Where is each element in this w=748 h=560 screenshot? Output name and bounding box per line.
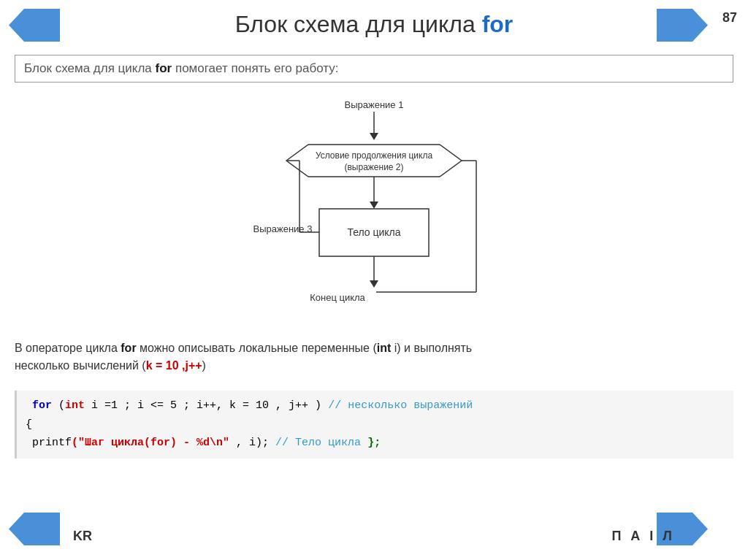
code-for: for [32, 399, 52, 412]
code-line3-rest: , i); [229, 437, 275, 449]
flowchart-svg: Выражение 1 Условие продолжения цикла (в… [191, 88, 557, 329]
code-printf: printf [32, 437, 72, 449]
text-section: В операторе цикла for можно описывать ло… [15, 340, 733, 375]
title-keyword: for [482, 11, 514, 37]
nav-arrow-left-bottom[interactable] [9, 513, 60, 545]
text-part4: несколько вычислений ( [15, 359, 146, 372]
text-part1: В операторе цикла [15, 342, 121, 354]
text-for: for [121, 342, 136, 354]
svg-marker-14 [370, 280, 378, 288]
code-section: for (int i =1 ; i <= 5 ; i++, k = 10 , j… [15, 391, 733, 459]
footer-right: П А І Л [611, 529, 675, 544]
title-prefix: Блок схема для цикла [235, 11, 482, 37]
subtitle-box: Блок схема для цикла for помогает понять… [15, 55, 733, 83]
svg-marker-6 [370, 202, 378, 209]
flowchart-diagram: Выражение 1 Условие продолжения цикла (в… [191, 88, 557, 329]
svg-text:(выражение 2): (выражение 2) [344, 162, 403, 172]
footer-left: KR [73, 529, 92, 544]
code-line2: { [26, 415, 725, 434]
code-line3: printf("Шаг цикла(for) - %d\n" , i); // … [26, 434, 725, 453]
text-part5: ) [202, 359, 206, 372]
code-comment2: // Тело цикла [275, 437, 367, 449]
text-part2: можно описывать локальные переменные ( [137, 342, 377, 354]
subtitle-suffix: помогает понять его работу: [172, 61, 338, 75]
svg-marker-1 [370, 133, 378, 140]
text-part3: i) и выполнять [391, 342, 472, 354]
text-int: int [377, 342, 392, 354]
code-line1-comment: // несколько выражений [328, 399, 473, 412]
text-highlight: k = 10 ,j++ [146, 359, 202, 372]
code-int: int [65, 399, 85, 412]
label-expression1: Выражение 1 [345, 99, 404, 110]
code-body-end: }; [367, 437, 381, 449]
code-string: ("Шаг цикла(for) - %d\n" [72, 437, 229, 449]
code-line1: for (int i =1 ; i <= 5 ; i++, k = 10 , j… [26, 396, 725, 415]
page-title: Блок схема для цикла for [0, 11, 748, 38]
code-line1-rest: i =1 ; i <= 5 ; i++, k = 10 , j++ ) [85, 399, 328, 412]
svg-text:Конец цикла: Конец цикла [310, 292, 365, 303]
svg-text:Тело цикла: Тело цикла [347, 226, 400, 238]
svg-text:Условие продолжения цикла: Условие продолжения цикла [316, 150, 433, 161]
subtitle-prefix: Блок схема для цикла [24, 61, 156, 75]
subtitle-keyword: for [156, 61, 172, 75]
